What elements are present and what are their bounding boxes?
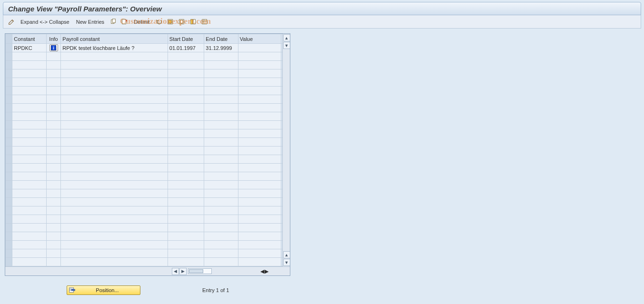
- cell-empty[interactable]: [238, 95, 281, 104]
- cell-empty[interactable]: [168, 155, 204, 164]
- row-marker[interactable]: [6, 181, 12, 189]
- cell-empty[interactable]: [46, 249, 61, 258]
- cell-empty[interactable]: [204, 61, 238, 69]
- cell-empty[interactable]: [238, 198, 281, 206]
- row-marker[interactable]: [6, 232, 12, 241]
- row-marker[interactable]: [6, 258, 12, 266]
- cell-empty[interactable]: [46, 104, 61, 112]
- cell-empty[interactable]: [46, 147, 61, 155]
- cell-empty[interactable]: [238, 52, 281, 61]
- table-row-empty[interactable]: [6, 121, 290, 129]
- table-row-empty[interactable]: [6, 52, 290, 61]
- cell-empty[interactable]: [204, 198, 238, 206]
- cell-empty[interactable]: [12, 87, 46, 95]
- cell-empty[interactable]: [46, 241, 61, 249]
- cell-empty[interactable]: [168, 138, 204, 147]
- info-icon[interactable]: i: [50, 44, 58, 51]
- cell-empty[interactable]: [46, 189, 61, 198]
- cell-empty[interactable]: [61, 249, 168, 258]
- cell-empty[interactable]: [204, 112, 238, 121]
- cell-empty[interactable]: [12, 69, 46, 78]
- cell-empty[interactable]: [238, 181, 281, 189]
- cell-start-date[interactable]: 01.01.1997: [168, 44, 204, 52]
- cell-empty[interactable]: [168, 189, 204, 198]
- cell-empty[interactable]: [168, 249, 204, 258]
- cell-empty[interactable]: [204, 241, 238, 249]
- table-row-empty[interactable]: [6, 181, 290, 189]
- table-row-empty[interactable]: [6, 232, 290, 241]
- cell-empty[interactable]: [168, 129, 204, 138]
- row-marker[interactable]: [6, 224, 12, 232]
- cell-empty[interactable]: [12, 172, 46, 181]
- cell-end-date[interactable]: 31.12.9999: [204, 44, 238, 52]
- column-header-value[interactable]: Value: [238, 34, 281, 44]
- scroll-right-icon[interactable]: ▶: [179, 268, 187, 275]
- cell-empty[interactable]: [61, 189, 168, 198]
- cell-empty[interactable]: [238, 206, 281, 215]
- select-all-icon[interactable]: [166, 18, 175, 26]
- table-row-empty[interactable]: [6, 206, 290, 215]
- cell-empty[interactable]: [204, 215, 238, 224]
- cell-empty[interactable]: [12, 121, 46, 129]
- cell-empty[interactable]: [238, 241, 281, 249]
- cell-constant[interactable]: RPDKC: [12, 44, 46, 52]
- cell-empty[interactable]: [204, 258, 238, 266]
- row-marker[interactable]: [6, 198, 12, 206]
- cell-empty[interactable]: [46, 164, 61, 172]
- cell-empty[interactable]: [61, 258, 168, 266]
- row-marker[interactable]: [6, 61, 12, 69]
- cell-empty[interactable]: [61, 164, 168, 172]
- cell-empty[interactable]: [238, 104, 281, 112]
- cell-empty[interactable]: [46, 112, 61, 121]
- row-marker[interactable]: [6, 104, 12, 112]
- cell-empty[interactable]: [12, 138, 46, 147]
- cell-empty[interactable]: [168, 87, 204, 95]
- cell-empty[interactable]: [12, 224, 46, 232]
- table-row-empty[interactable]: [6, 172, 290, 181]
- horizontal-scrollbar-right[interactable]: ◀ ▶: [260, 268, 268, 275]
- cell-payroll-constant[interactable]: RPDK testet löschbare Läufe ?: [61, 44, 168, 52]
- cell-empty[interactable]: [204, 249, 238, 258]
- deselect-all-icon[interactable]: [178, 18, 186, 26]
- cell-empty[interactable]: [168, 147, 204, 155]
- cell-empty[interactable]: [61, 206, 168, 215]
- row-marker[interactable]: [6, 129, 12, 138]
- cell-empty[interactable]: [204, 147, 238, 155]
- table-row-empty[interactable]: [6, 104, 290, 112]
- cell-empty[interactable]: [61, 78, 168, 87]
- cell-empty[interactable]: [238, 121, 281, 129]
- scroll-down2-icon[interactable]: ▼: [283, 259, 290, 266]
- table-row-empty[interactable]: [6, 224, 290, 232]
- cell-empty[interactable]: [61, 241, 168, 249]
- cell-empty[interactable]: [61, 147, 168, 155]
- cell-empty[interactable]: [61, 181, 168, 189]
- cell-empty[interactable]: [61, 172, 168, 181]
- cell-empty[interactable]: [238, 138, 281, 147]
- table-row-empty[interactable]: [6, 198, 290, 206]
- table-row-empty[interactable]: [6, 87, 290, 95]
- cell-empty[interactable]: [46, 138, 61, 147]
- cell-empty[interactable]: [238, 224, 281, 232]
- cell-empty[interactable]: [12, 189, 46, 198]
- cell-empty[interactable]: [46, 129, 61, 138]
- cell-value[interactable]: [238, 44, 281, 52]
- cell-empty[interactable]: [168, 95, 204, 104]
- delimit-button[interactable]: Delimit: [132, 18, 152, 26]
- row-marker[interactable]: [6, 69, 12, 78]
- cell-empty[interactable]: [61, 224, 168, 232]
- cell-empty[interactable]: [238, 215, 281, 224]
- scroll-left2-icon[interactable]: ◀: [260, 268, 264, 275]
- cell-empty[interactable]: [46, 258, 61, 266]
- cell-empty[interactable]: [12, 155, 46, 164]
- row-marker[interactable]: [6, 215, 12, 224]
- cell-empty[interactable]: [46, 224, 61, 232]
- cell-empty[interactable]: [46, 52, 61, 61]
- row-marker[interactable]: [6, 138, 12, 147]
- row-marker[interactable]: [6, 44, 12, 52]
- cell-empty[interactable]: [61, 87, 168, 95]
- position-button[interactable]: Position...: [67, 285, 140, 295]
- row-marker[interactable]: [6, 249, 12, 258]
- cell-info[interactable]: i: [46, 44, 61, 52]
- scroll-up-icon[interactable]: ▲: [283, 34, 290, 41]
- cell-empty[interactable]: [61, 232, 168, 241]
